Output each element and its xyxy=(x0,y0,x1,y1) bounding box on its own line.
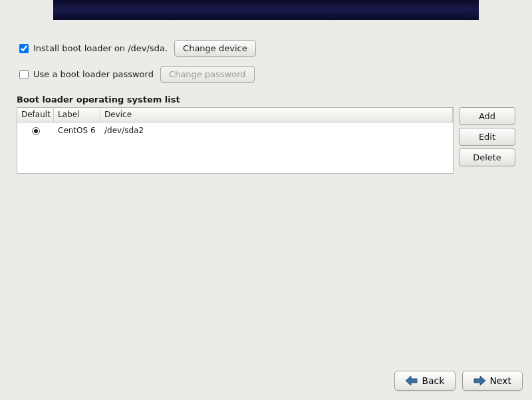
add-button[interactable]: Add xyxy=(459,107,515,125)
table-row[interactable]: CentOS 6 /dev/sda2 xyxy=(17,122,453,138)
back-button-label: Back xyxy=(422,375,444,386)
next-button[interactable]: Next xyxy=(462,371,523,391)
install-bootloader-label: Install boot loader on /dev/sda. xyxy=(33,43,168,53)
os-table-header: Default Label Device xyxy=(17,108,453,122)
change-password-button: Change password xyxy=(160,66,255,83)
os-table[interactable]: Default Label Device CentOS 6 /dev/sda2 xyxy=(17,107,454,174)
install-bootloader-checkbox[interactable] xyxy=(19,44,29,53)
svg-marker-0 xyxy=(406,376,417,385)
use-password-row: Use a boot loader password Change passwo… xyxy=(17,66,515,83)
next-button-label: Next xyxy=(489,375,511,386)
os-list-heading: Boot loader operating system list xyxy=(17,95,515,104)
os-table-area: Default Label Device CentOS 6 /dev/sda2 … xyxy=(17,107,515,174)
default-radio-cell[interactable] xyxy=(17,124,54,137)
arrow-left-icon xyxy=(406,376,418,385)
radio-selected-icon[interactable] xyxy=(32,127,40,135)
footer-buttons: Back Next xyxy=(394,371,523,391)
main-content: Install boot loader on /dev/sda. Change … xyxy=(17,40,515,174)
col-header-device[interactable]: Device xyxy=(100,108,453,122)
svg-marker-1 xyxy=(474,376,485,385)
row-device-cell: /dev/sda2 xyxy=(100,124,453,137)
use-password-label: Use a boot loader password xyxy=(33,69,154,79)
header-banner xyxy=(53,0,479,20)
col-header-label[interactable]: Label xyxy=(54,108,100,122)
delete-button[interactable]: Delete xyxy=(459,148,515,166)
side-buttons: Add Edit Delete xyxy=(459,107,515,166)
use-password-checkbox[interactable] xyxy=(19,70,29,79)
change-device-button[interactable]: Change device xyxy=(174,40,256,57)
row-label-cell: CentOS 6 xyxy=(54,124,100,137)
edit-button[interactable]: Edit xyxy=(459,128,515,146)
back-button[interactable]: Back xyxy=(394,371,456,391)
install-bootloader-row: Install boot loader on /dev/sda. Change … xyxy=(17,40,515,57)
arrow-right-icon xyxy=(473,376,485,385)
col-header-default[interactable]: Default xyxy=(17,108,54,122)
